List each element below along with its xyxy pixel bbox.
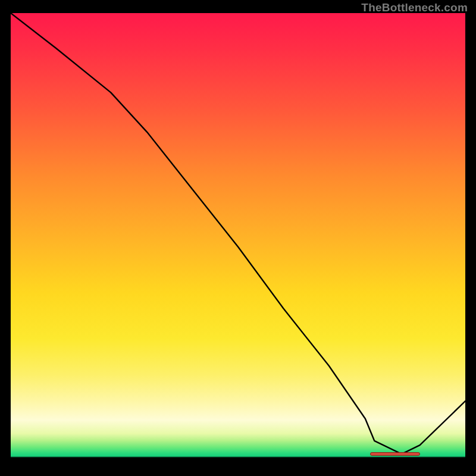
min-marker: [370, 452, 420, 456]
plot-area: [11, 13, 465, 465]
watermark-text: TheBottleneck.com: [361, 1, 468, 14]
chart-frame: TheBottleneck.com: [0, 0, 476, 476]
